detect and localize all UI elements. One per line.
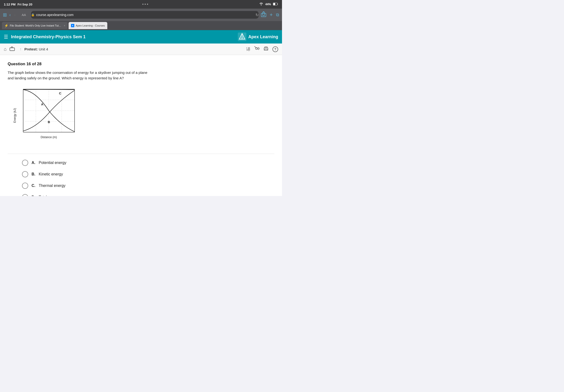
browser-bar: ⊞ ‹ › AA 🔒 course.apexlearning.com ↻ + ⧉ bbox=[0, 9, 282, 21]
print-icon[interactable] bbox=[263, 46, 269, 52]
choice-c[interactable]: C. Thermal energy bbox=[22, 183, 274, 189]
choice-b-text: Kinetic energy bbox=[39, 172, 63, 176]
battery: 44% bbox=[265, 3, 271, 6]
url-text: course.apexlearning.com bbox=[36, 13, 73, 17]
choice-b-letter: B. bbox=[31, 172, 35, 176]
graph-container: Energy (kJ) bbox=[13, 87, 79, 145]
status-left: 1:12 PM Fri Sep 20 bbox=[4, 3, 32, 6]
answer-choices: A. Potential energy B. Kinetic energy C.… bbox=[8, 160, 274, 196]
forward-button[interactable]: › bbox=[13, 12, 16, 18]
question-text: The graph below shows the conservation o… bbox=[8, 70, 151, 81]
date: Fri Sep 20 bbox=[17, 3, 32, 6]
question-number: Question 16 of 28 bbox=[8, 62, 274, 67]
tabs-icon[interactable]: ⧉ bbox=[276, 13, 279, 17]
battery-icon bbox=[273, 3, 278, 6]
status-bar: 1:12 PM Fri Sep 20 ••• 44% bbox=[0, 0, 282, 9]
svg-text:B: B bbox=[48, 120, 50, 124]
choice-d-text: Total energy bbox=[39, 195, 59, 196]
app-header: ☰ Integrated Chemistry-Physics Sem 1 Ape… bbox=[0, 30, 282, 43]
sub-header-right: 译 ? bbox=[246, 46, 278, 52]
svg-text:C: C bbox=[59, 92, 61, 95]
dots-indicator: ••• bbox=[142, 2, 149, 6]
tab-apex[interactable]: A Apex Learning - Courses bbox=[69, 22, 107, 29]
svg-text:Energy (kJ): Energy (kJ) bbox=[13, 108, 16, 123]
share-icon[interactable] bbox=[261, 12, 266, 18]
choice-a-letter: A. bbox=[31, 161, 35, 165]
briefcase-icon[interactable] bbox=[10, 46, 15, 52]
browser-actions: + ⧉ bbox=[261, 12, 279, 18]
hamburger-menu[interactable]: ☰ bbox=[4, 34, 8, 40]
tab-filo[interactable]: ⚡ Filo Student: World's Only Live Instan… bbox=[2, 22, 68, 29]
sub-header: ⌂ ↑ Pretest: Unit 4 译 ? bbox=[0, 43, 282, 55]
apex-tab-label: Apex Learning - Courses bbox=[76, 24, 105, 27]
choice-c-letter: C. bbox=[31, 183, 35, 188]
choice-b[interactable]: B. Kinetic energy bbox=[22, 171, 274, 177]
divider bbox=[8, 154, 274, 154]
content-area: Question 16 of 28 The graph below shows … bbox=[0, 55, 282, 196]
translate-icon[interactable]: 译 bbox=[246, 46, 250, 52]
filo-tab-close[interactable]: × bbox=[64, 24, 65, 27]
svg-line-10 bbox=[255, 46, 256, 48]
add-tab-icon[interactable]: + bbox=[270, 12, 273, 18]
lock-icon: 🔒 bbox=[31, 13, 35, 16]
course-title: Integrated Chemistry-Physics Sem 1 bbox=[11, 34, 85, 40]
svg-text:Distance (m): Distance (m) bbox=[41, 136, 57, 139]
apex-logo: Apex Learning bbox=[238, 32, 278, 41]
svg-rect-1 bbox=[273, 3, 275, 5]
radio-c[interactable] bbox=[22, 183, 28, 189]
sub-header-left: ⌂ ↑ Pretest: Unit 4 bbox=[4, 46, 48, 52]
choice-a-text: Potential energy bbox=[39, 161, 67, 165]
svg-rect-8 bbox=[10, 48, 14, 51]
choice-c-text: Thermal energy bbox=[39, 183, 66, 188]
home-icon[interactable]: ⌂ bbox=[4, 46, 7, 52]
back-button[interactable]: ‹ bbox=[8, 12, 12, 18]
radio-a[interactable] bbox=[22, 160, 28, 166]
address-bar[interactable]: 🔒 course.apexlearning.com ↻ bbox=[31, 11, 259, 19]
filo-tab-label: Filo Student: World's Only Live Instant … bbox=[10, 24, 62, 27]
audio-icon[interactable] bbox=[254, 46, 260, 52]
svg-rect-2 bbox=[263, 12, 264, 15]
radio-d[interactable] bbox=[22, 194, 28, 196]
choice-d[interactable]: D. Total energy bbox=[22, 194, 274, 196]
choice-a[interactable]: A. Potential energy bbox=[22, 160, 274, 166]
choice-d-letter: D. bbox=[31, 195, 35, 196]
status-right: 44% bbox=[259, 2, 278, 6]
svg-rect-3 bbox=[261, 13, 266, 17]
app-header-left: ☰ Integrated Chemistry-Physics Sem 1 bbox=[4, 34, 85, 40]
refresh-icon[interactable]: ↻ bbox=[255, 13, 259, 17]
apex-logo-text: Apex Learning bbox=[248, 34, 278, 40]
svg-rect-12 bbox=[265, 49, 267, 50]
svg-text:A: A bbox=[41, 102, 43, 106]
tabs-bar: ⚡ Filo Student: World's Only Live Instan… bbox=[0, 21, 282, 30]
pretest-label: Pretest: Unit 4 bbox=[24, 47, 48, 51]
help-icon[interactable]: ? bbox=[273, 46, 278, 52]
browser-nav: ⊞ ‹ › bbox=[3, 12, 16, 18]
wifi-icon bbox=[259, 2, 263, 6]
filo-tab-icon: ⚡ bbox=[4, 24, 8, 28]
radio-b[interactable] bbox=[22, 171, 28, 177]
apex-tab-icon: A bbox=[71, 24, 74, 27]
sidebar-icon[interactable]: ⊞ bbox=[3, 12, 7, 18]
text-size[interactable]: AA bbox=[19, 13, 29, 17]
time: 1:12 PM bbox=[4, 3, 15, 6]
